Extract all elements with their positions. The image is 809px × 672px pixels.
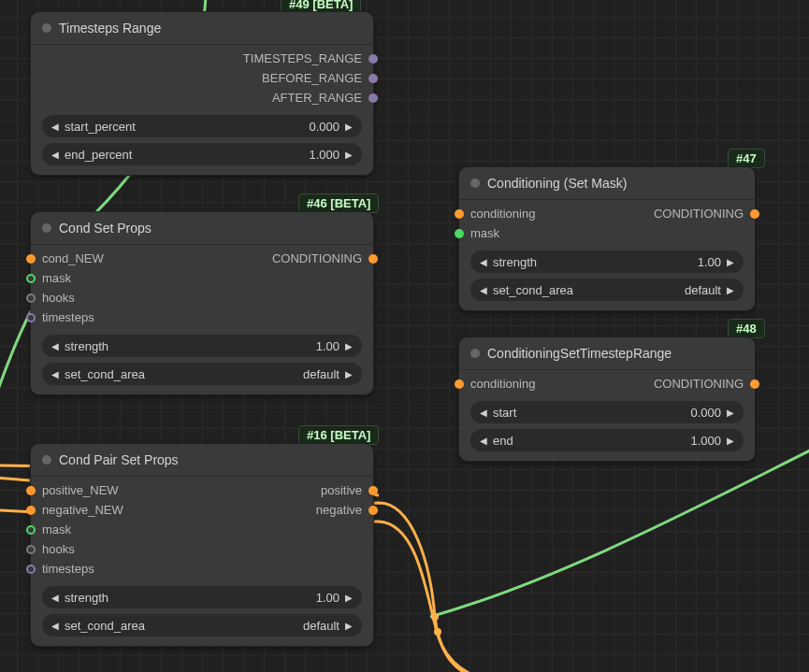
port-in-icon[interactable] bbox=[455, 229, 464, 238]
port-in-icon[interactable] bbox=[26, 525, 36, 535]
output-timesteps-range[interactable]: TIMESTEPS_RANGE bbox=[31, 49, 373, 68]
io-cond[interactable]: cond_NEW CONDITIONING bbox=[31, 249, 373, 268]
io-negative[interactable]: negative_NEW negative bbox=[31, 500, 373, 520]
collapse-dot-icon[interactable] bbox=[42, 23, 51, 33]
port-out-icon[interactable] bbox=[368, 506, 378, 515]
widget-set-cond-area[interactable]: ◀ set_cond_area default ▶ bbox=[470, 279, 744, 301]
widget-end-percent[interactable]: ◀ end_percent 1.000 ▶ bbox=[42, 143, 362, 165]
badge-47: #47 bbox=[728, 149, 765, 168]
port-out-icon[interactable] bbox=[368, 486, 378, 495]
badge-48: #48 bbox=[728, 319, 765, 338]
port-in-icon[interactable] bbox=[455, 209, 464, 219]
decrement-icon[interactable]: ◀ bbox=[476, 436, 491, 446]
decrement-icon[interactable]: ◀ bbox=[476, 407, 491, 418]
increment-icon[interactable]: ▶ bbox=[723, 436, 738, 446]
node-title-text: ConditioningSetTimestepRange bbox=[487, 346, 672, 361]
io-conditioning[interactable]: conditioning CONDITIONING bbox=[459, 204, 755, 223]
increment-icon[interactable]: ▶ bbox=[341, 369, 356, 379]
node-conditioning-set-timestep-range[interactable]: ConditioningSetTimestepRange conditionin… bbox=[458, 336, 756, 462]
io-positive[interactable]: positive_NEW positive bbox=[31, 480, 373, 500]
port-in-icon[interactable] bbox=[26, 506, 36, 515]
port-in-icon[interactable] bbox=[26, 486, 36, 495]
increment-icon[interactable]: ▶ bbox=[723, 407, 738, 418]
decrement-icon[interactable]: ◀ bbox=[48, 369, 63, 379]
node-cond-pair-set-props[interactable]: Cond Pair Set Props positive_NEW positiv… bbox=[30, 443, 374, 647]
input-hooks[interactable]: hooks bbox=[31, 539, 373, 559]
input-timesteps[interactable]: timesteps bbox=[31, 307, 373, 327]
input-mask[interactable]: mask bbox=[459, 223, 755, 243]
increment-icon[interactable]: ▶ bbox=[723, 285, 738, 295]
decrement-icon[interactable]: ◀ bbox=[48, 150, 63, 160]
widget-start[interactable]: ◀ start 0.000 ▶ bbox=[470, 401, 744, 423]
collapse-dot-icon[interactable] bbox=[42, 223, 51, 233]
decrement-icon[interactable]: ◀ bbox=[476, 257, 491, 267]
port-in-icon[interactable] bbox=[26, 313, 36, 322]
collapse-dot-icon[interactable] bbox=[470, 349, 480, 358]
port-in-icon[interactable] bbox=[26, 254, 36, 264]
node-title[interactable]: Cond Pair Set Props bbox=[31, 444, 373, 477]
node-title[interactable]: ConditioningSetTimestepRange bbox=[459, 337, 755, 370]
widget-strength[interactable]: ◀ strength 1.00 ▶ bbox=[470, 250, 744, 273]
port-out-icon[interactable] bbox=[368, 74, 378, 83]
widget-end[interactable]: ◀ end 1.000 ▶ bbox=[470, 429, 744, 451]
input-mask[interactable]: mask bbox=[31, 520, 373, 539]
port-out-icon[interactable] bbox=[750, 209, 759, 219]
decrement-icon[interactable]: ◀ bbox=[48, 593, 63, 603]
io-conditioning[interactable]: conditioning CONDITIONING bbox=[459, 374, 755, 393]
decrement-icon[interactable]: ◀ bbox=[48, 621, 63, 631]
node-timesteps-range[interactable]: Timesteps Range TIMESTEPS_RANGE BEFORE_R… bbox=[30, 11, 374, 176]
widget-start-percent[interactable]: ◀ start_percent 0.000 ▶ bbox=[42, 115, 362, 137]
input-hooks[interactable]: hooks bbox=[31, 288, 373, 307]
decrement-icon[interactable]: ◀ bbox=[476, 285, 491, 295]
badge-46: #46 [BETA] bbox=[298, 193, 379, 213]
decrement-icon[interactable]: ◀ bbox=[48, 122, 63, 132]
port-in-icon[interactable] bbox=[26, 545, 36, 554]
input-timesteps[interactable]: timesteps bbox=[31, 559, 373, 579]
increment-icon[interactable]: ▶ bbox=[341, 593, 356, 603]
port-out-icon[interactable] bbox=[750, 379, 759, 389]
input-mask[interactable]: mask bbox=[31, 268, 373, 288]
port-in-icon[interactable] bbox=[455, 379, 464, 389]
port-out-icon[interactable] bbox=[368, 254, 378, 264]
decrement-icon[interactable]: ◀ bbox=[48, 341, 63, 351]
port-in-icon[interactable] bbox=[26, 565, 36, 574]
badge-16: #16 [BETA] bbox=[298, 425, 379, 445]
node-cond-set-props[interactable]: Cond Set Props cond_NEW CONDITIONING mas… bbox=[30, 211, 374, 395]
increment-icon[interactable]: ▶ bbox=[341, 122, 356, 132]
port-out-icon[interactable] bbox=[368, 93, 378, 103]
widget-strength[interactable]: ◀ strength 1.00 ▶ bbox=[42, 586, 362, 608]
node-title-text: Cond Pair Set Props bbox=[59, 452, 179, 467]
node-title-text: Cond Set Props bbox=[59, 221, 152, 236]
output-before-range[interactable]: BEFORE_RANGE bbox=[31, 68, 373, 88]
increment-icon[interactable]: ▶ bbox=[341, 621, 356, 631]
node-title[interactable]: Conditioning (Set Mask) bbox=[459, 167, 755, 200]
node-title-text: Conditioning (Set Mask) bbox=[487, 176, 627, 191]
node-title[interactable]: Cond Set Props bbox=[31, 212, 373, 245]
increment-icon[interactable]: ▶ bbox=[723, 257, 738, 267]
port-in-icon[interactable] bbox=[26, 274, 36, 283]
collapse-dot-icon[interactable] bbox=[470, 179, 480, 188]
node-title[interactable]: Timesteps Range bbox=[31, 12, 373, 45]
widget-set-cond-area[interactable]: ◀ set_cond_area default ▶ bbox=[42, 363, 362, 385]
widget-strength[interactable]: ◀ strength 1.00 ▶ bbox=[42, 335, 362, 357]
widget-set-cond-area[interactable]: ◀ set_cond_area default ▶ bbox=[42, 614, 362, 636]
collapse-dot-icon[interactable] bbox=[42, 455, 51, 465]
node-title-text: Timesteps Range bbox=[59, 21, 161, 36]
port-out-icon[interactable] bbox=[368, 54, 378, 64]
increment-icon[interactable]: ▶ bbox=[341, 341, 356, 351]
output-after-range[interactable]: AFTER_RANGE bbox=[31, 88, 373, 107]
node-conditioning-set-mask[interactable]: Conditioning (Set Mask) conditioning CON… bbox=[458, 166, 756, 311]
port-in-icon[interactable] bbox=[26, 293, 36, 303]
increment-icon[interactable]: ▶ bbox=[341, 150, 356, 160]
